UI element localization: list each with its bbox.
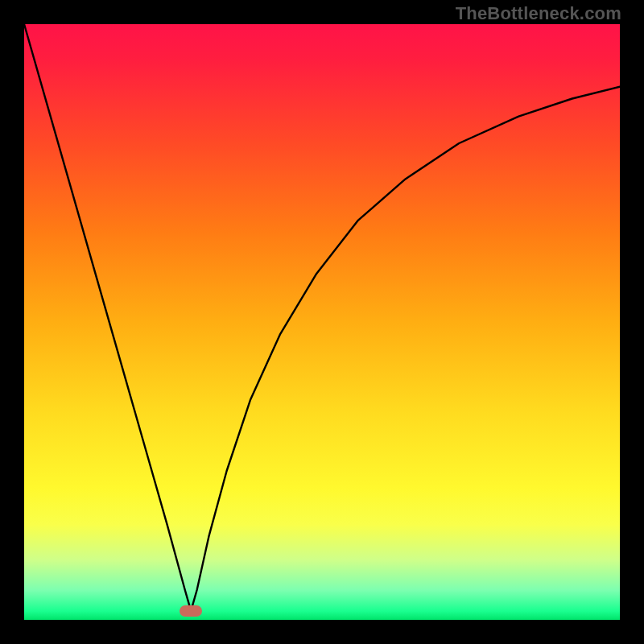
watermark-text: TheBottleneck.com	[456, 3, 621, 24]
minimum-marker	[180, 605, 202, 617]
bottleneck-curve	[24, 24, 620, 620]
chart-frame: TheBottleneck.com	[0, 0, 644, 644]
plot-area	[24, 24, 620, 620]
